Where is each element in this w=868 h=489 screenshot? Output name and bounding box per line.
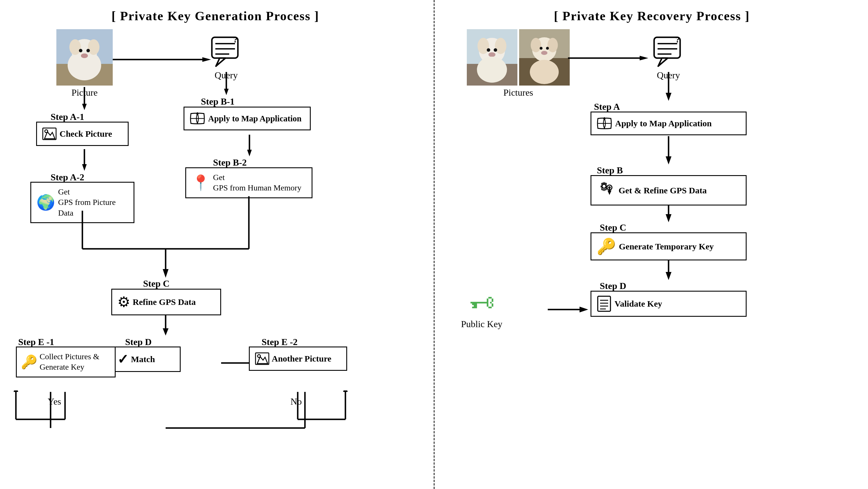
step-b-r-txt: Get & Refine GPS Data [619, 186, 707, 195]
svg-point-51 [79, 49, 82, 52]
step-b-r-lbl: Step B [597, 165, 623, 176]
svg-marker-75 [247, 150, 252, 156]
step-a-r-txt: Apply to Map Application [615, 119, 712, 128]
step-a-r-lbl: Step A [594, 101, 620, 112]
svg-point-108 [487, 48, 490, 52]
gear-pin-icon-r [597, 180, 614, 201]
step-a2-txt: Get GPS from Picture Data [58, 187, 128, 218]
svg-point-93 [257, 355, 260, 358]
svg-marker-63 [82, 104, 87, 110]
step-b1-box-l: Apply to Map Application [184, 106, 311, 130]
step-d-r-txt: Validate Key [615, 299, 662, 309]
arrow-b1-b2 [247, 135, 252, 156]
center-divider [434, 0, 435, 489]
check-icon-d: ✓ [117, 352, 129, 367]
svg-marker-133 [666, 156, 672, 164]
svg-marker-131 [666, 93, 672, 101]
dog-pics-right: Pictures [467, 29, 570, 98]
step-e1-lbl-l: Step E -1 [18, 337, 54, 347]
svg-marker-139 [580, 307, 588, 312]
step-e1-txt-l: Collect Pictures & Generate Key [40, 352, 99, 372]
left-panel-title: [ Private Key Generation Process ] [112, 9, 319, 23]
svg-marker-61 [202, 57, 211, 62]
step-c-r-lbl: Step C [600, 222, 626, 233]
key-orange-r: 🔑 [597, 237, 616, 255]
svg-point-145 [608, 186, 611, 189]
step-e2-txt-l: Another Picture [272, 354, 331, 364]
svg-text:?: ? [676, 35, 680, 44]
right-panel-title: [ Private Key Recovery Process ] [554, 9, 750, 23]
arrow-pic-query [113, 57, 211, 62]
svg-marker-146 [608, 190, 612, 195]
step-b-r-box: Get & Refine GPS Data [591, 175, 747, 206]
step-a-r-box: Apply to Map Application [591, 112, 747, 135]
step-b2-box-l: 📍 Get GPS from Human Memory [185, 167, 312, 198]
loop-arrows-svg [13, 391, 418, 448]
svg-marker-101 [343, 391, 348, 392]
arrow-pic-a1 [82, 87, 87, 110]
svg-marker-125 [658, 58, 668, 66]
step-b1-lbl: Step B-1 [201, 96, 235, 107]
svg-point-110 [489, 52, 495, 57]
svg-point-49 [69, 39, 81, 55]
svg-point-117 [548, 38, 558, 52]
svg-marker-68 [82, 164, 87, 171]
globe-icon-l: 🌍 [36, 194, 55, 211]
step-c-txt-l: Refine GPS Data [133, 297, 196, 307]
svg-marker-80 [163, 269, 168, 278]
left-panel-fixed: [ Private Key Generation Process ] Pictu… [0, 0, 431, 489]
step-a2-box-l: 🌍 Get GPS from Picture Data [30, 182, 134, 223]
step-d-r-box: Validate Key [591, 291, 747, 317]
step-c-box-l: ⚙ Refine GPS Data [111, 289, 221, 315]
query-lbl-r: Query [657, 70, 680, 81]
svg-point-50 [88, 39, 99, 55]
step-a1-txt: Check Picture [60, 129, 112, 139]
svg-point-120 [541, 51, 548, 55]
svg-marker-123 [640, 56, 648, 60]
arrow-query-b1 [223, 72, 229, 95]
step-a1-box-l: Check Picture [36, 122, 129, 146]
svg-point-52 [86, 49, 90, 52]
step-c-lbl-l: Step C [143, 278, 170, 289]
svg-point-121 [530, 60, 559, 84]
key-green-r: 🗝 [469, 288, 495, 317]
svg-point-109 [494, 48, 497, 52]
step-d-lbl-l: Step D [125, 337, 152, 347]
svg-point-119 [546, 47, 549, 50]
right-panel-fixed: [ Private Key Recovery Process ] [436, 0, 867, 489]
step-d-txt-l: Match [131, 354, 155, 364]
svg-point-107 [495, 38, 506, 54]
step-d-r-lbl: Step D [600, 281, 626, 291]
step-b2-txt: Get GPS from Human Memory [213, 172, 302, 193]
svg-point-53 [81, 54, 88, 58]
yes-label-l: Yes [48, 396, 61, 407]
public-key-area: 🗝 Public Key [461, 288, 502, 330]
svg-marker-135 [666, 214, 672, 222]
svg-point-106 [477, 38, 489, 54]
svg-point-66 [45, 130, 48, 133]
arrow-pics-query-r [568, 55, 649, 61]
svg-point-118 [540, 47, 542, 50]
step-e1-box-l: 🔑 Collect Pictures & Generate Key [16, 346, 116, 377]
svg-marker-137 [666, 272, 672, 280]
gear-icon-c-l: ⚙ [117, 294, 130, 310]
step-d-box-l: ✓ Match [111, 346, 181, 372]
step-a1-lbl: Step A-1 [51, 112, 84, 122]
pictures-lbl: Pictures [503, 87, 533, 98]
svg-marker-97 [13, 391, 18, 392]
svg-point-116 [531, 38, 541, 52]
step-e2-lbl-l: Step E -2 [261, 337, 298, 347]
step-e2-box-l: Another Picture [249, 346, 347, 371]
no-label-l: No [290, 396, 302, 407]
svg-text:?: ? [233, 35, 238, 44]
svg-marker-70 [224, 89, 229, 95]
pin-icon-b2: 📍 [191, 174, 210, 192]
key-icon-e1: 🔑 [21, 354, 37, 370]
step-b2-lbl: Step B-2 [213, 157, 247, 168]
query-area-right: ? Query [652, 35, 685, 81]
svg-marker-82 [163, 328, 168, 336]
pubkey-lbl-r: Public Key [461, 319, 502, 330]
svg-point-111 [477, 57, 507, 83]
step-c-r-txt: Generate Temporary Key [619, 242, 714, 251]
step-a2-lbl: Step A-2 [51, 172, 84, 183]
